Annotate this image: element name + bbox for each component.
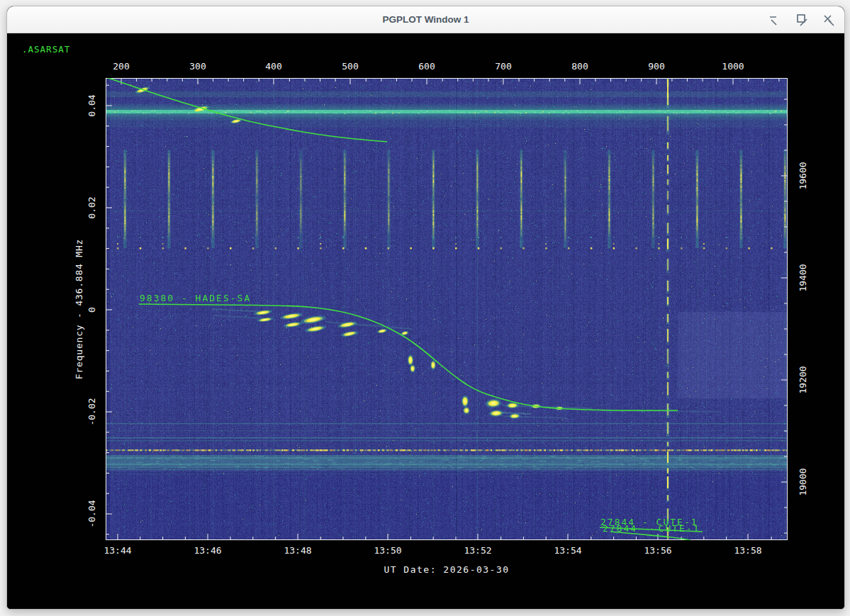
bottom-axis-tick-label: 13:54 bbox=[554, 545, 581, 556]
window-title: PGPLOT Window 1 bbox=[7, 6, 844, 33]
minimize-button[interactable] bbox=[768, 13, 782, 27]
maximize-icon bbox=[795, 13, 809, 27]
doppler-label-cute-b: 27844 - CUTE-1 bbox=[603, 523, 700, 534]
spectrogram-plot[interactable]: 98380 - HADES-SA27844 - CUTE-127844 - CU… bbox=[106, 78, 788, 540]
left-axis-tick-label: -0.02 bbox=[86, 398, 97, 425]
bottom-axis-tick-label: 13:46 bbox=[194, 545, 221, 556]
bottom-axis-tick-label: 13:44 bbox=[104, 545, 131, 556]
left-axis-tick-label: 0.04 bbox=[86, 94, 97, 116]
bottom-axis-tick-label: 13:48 bbox=[284, 545, 311, 556]
top-axis-tick-label: 700 bbox=[495, 61, 511, 72]
top-axis-tick-label: 200 bbox=[113, 61, 129, 72]
plot-client-area: .ASARSAT 98380 - HADES-SA27844 - CUTE-12… bbox=[7, 33, 844, 609]
minimize-icon bbox=[768, 13, 782, 27]
axes-and-curves-overlay bbox=[106, 78, 788, 540]
top-axis-tick-label: 600 bbox=[418, 61, 435, 72]
pgplot-window: PGPLOT Window 1 bbox=[6, 6, 845, 610]
left-axis-tick-label: -0.04 bbox=[86, 500, 97, 527]
doppler-curve-hades-sa bbox=[139, 304, 678, 410]
left-axis-tick-label: 0 bbox=[86, 307, 97, 313]
top-axis-tick-label: 800 bbox=[571, 61, 588, 72]
right-axis-tick-label: 19000 bbox=[798, 468, 808, 495]
bottom-axis-tick-label: 13:58 bbox=[734, 545, 761, 556]
y-axis-title: Frequency - 436.884 MHz bbox=[74, 239, 84, 379]
bottom-axis-tick-label: 13:50 bbox=[374, 545, 401, 556]
doppler-curve-unidentified bbox=[106, 78, 387, 142]
x-axis-title: UT Date: 2026-03-30 bbox=[384, 564, 509, 575]
satellite-corner-label: .ASARSAT bbox=[22, 44, 70, 55]
doppler-label-hades: 98380 - HADES-SA bbox=[140, 293, 251, 303]
titlebar[interactable]: PGPLOT Window 1 bbox=[7, 6, 844, 33]
window-controls bbox=[768, 6, 836, 33]
close-button[interactable] bbox=[822, 13, 836, 27]
top-axis-tick-label: 900 bbox=[648, 61, 664, 72]
maximize-button[interactable] bbox=[795, 13, 809, 27]
left-axis-tick-label: 0.02 bbox=[86, 196, 97, 218]
close-icon bbox=[822, 13, 836, 27]
bottom-axis-tick-label: 13:52 bbox=[464, 545, 491, 556]
bottom-axis-tick-label: 13:56 bbox=[644, 545, 671, 556]
top-axis-tick-label: 400 bbox=[265, 61, 281, 72]
top-axis-tick-label: 500 bbox=[342, 61, 358, 72]
right-axis-tick-label: 19200 bbox=[798, 366, 808, 393]
top-axis-tick-label: 300 bbox=[189, 61, 206, 72]
plot-frame bbox=[106, 79, 788, 540]
right-axis-tick-label: 19400 bbox=[798, 264, 808, 291]
right-axis-tick-label: 19600 bbox=[798, 162, 808, 189]
top-axis-tick-label: 1000 bbox=[722, 61, 744, 72]
